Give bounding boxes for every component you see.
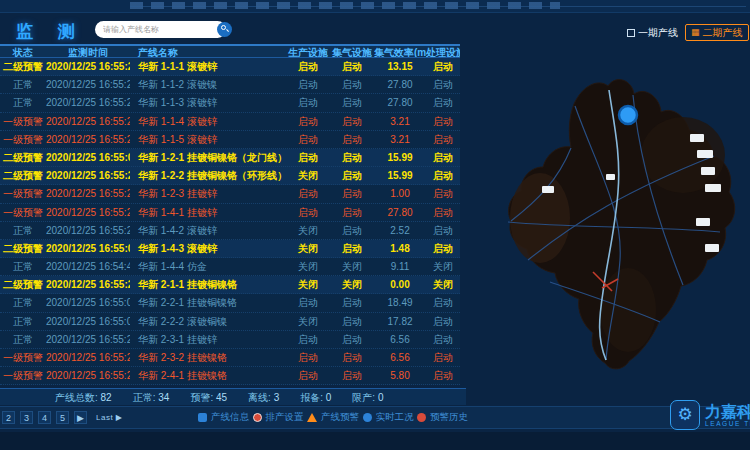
legend-label: 产线信息 bbox=[211, 411, 249, 424]
legend-item-warning[interactable]: 产线预警 bbox=[307, 411, 359, 424]
table-row[interactable]: 一级预警2020/12/25 16:55:24华新 1-1-4 滚镀锌启动启动3… bbox=[0, 113, 460, 131]
cell-line: 华新 1-1-1 滚镀锌 bbox=[130, 58, 286, 75]
logo-name-en: LEAGUE TECH bbox=[705, 420, 750, 427]
top-deco-line bbox=[130, 6, 746, 7]
table-row[interactable]: 二级预警2020/12/25 16:55:24华新 2-1-1 挂镀铜镍铬关闭关… bbox=[0, 276, 460, 294]
cell-line: 华新 1-1-2 滚镀镍 bbox=[130, 76, 286, 93]
warning-icon bbox=[307, 413, 317, 422]
page-button[interactable]: 2 bbox=[2, 411, 15, 424]
cell-line: 华新 1-4-3 滚镀锌 bbox=[130, 240, 286, 257]
page-button[interactable]: 3 bbox=[20, 411, 33, 424]
table-body: 二级预警2020/12/25 16:55:24华新 1-1-1 滚镀锌启动启动1… bbox=[0, 58, 460, 385]
cell-eff: 27.80 bbox=[374, 204, 426, 221]
district-map[interactable] bbox=[478, 60, 750, 375]
cell-treat: 启动 bbox=[426, 149, 460, 166]
cell-prod: 启动 bbox=[286, 367, 330, 384]
cell-treat: 关闭 bbox=[426, 258, 460, 275]
cell-line: 华新 1-4-4 仿金 bbox=[130, 258, 286, 275]
next-page-button[interactable]: ▶ bbox=[74, 411, 87, 424]
legend-item-info[interactable]: 产线信息 bbox=[198, 411, 249, 424]
table-row[interactable]: 一级预警2020/12/25 16:55:24华新 1-1-5 滚镀锌启动启动3… bbox=[0, 131, 460, 149]
search-input[interactable] bbox=[95, 23, 217, 36]
legend-label: 实时工况 bbox=[376, 411, 414, 424]
phase2-button[interactable]: ▦ 二期产线 bbox=[685, 24, 749, 41]
cell-status: 正常 bbox=[0, 258, 46, 275]
league-tech-logo-icon: ⚙ bbox=[670, 400, 700, 430]
search-button[interactable] bbox=[217, 22, 232, 37]
cell-eff: 6.56 bbox=[374, 331, 426, 348]
cell-line: 华新 1-4-1 挂镀锌 bbox=[130, 204, 286, 221]
history-icon bbox=[417, 413, 426, 422]
cell-prod: 关闭 bbox=[286, 276, 330, 293]
cell-status: 一级预警 bbox=[0, 349, 46, 366]
cell-line: 华新 1-1-4 滚镀锌 bbox=[130, 113, 286, 130]
cell-line: 华新 1-1-5 滚镀锌 bbox=[130, 131, 286, 148]
cell-gas: 启动 bbox=[330, 149, 374, 166]
cell-time: 2020/12/25 16:54:44 bbox=[46, 258, 130, 275]
legend-item-gauge[interactable]: 实时工况 bbox=[363, 411, 414, 424]
table-row[interactable]: 一级预警2020/12/25 16:55:24华新 1-4-1 挂镀锌启动启动2… bbox=[0, 204, 460, 222]
cell-prod: 启动 bbox=[286, 76, 330, 93]
cell-gas: 启动 bbox=[330, 185, 374, 202]
cell-time: 2020/12/25 16:55:24 bbox=[46, 131, 130, 148]
cell-eff: 0.00 bbox=[374, 276, 426, 293]
cell-time: 2020/12/25 16:55:24 bbox=[46, 185, 130, 202]
cell-eff: 13.15 bbox=[374, 58, 426, 75]
league-tech-logo: ⚙ 力嘉科技 LEAGUE TECH bbox=[670, 400, 750, 430]
cell-status: 二级预警 bbox=[0, 167, 46, 184]
info-icon bbox=[198, 413, 207, 422]
page-button[interactable]: 4 bbox=[38, 411, 51, 424]
table-row[interactable]: 一级预警2020/12/25 16:55:24华新 1-2-3 挂镀锌启动启动1… bbox=[0, 185, 460, 203]
table-row[interactable]: 正常2020/12/25 16:55:24华新 1-1-2 滚镀镍启动启动27.… bbox=[0, 76, 460, 94]
table-row[interactable]: 正常2020/12/25 16:55:24华新 1-1-3 滚镀锌启动启动27.… bbox=[0, 94, 460, 112]
cell-eff: 1.48 bbox=[374, 240, 426, 257]
summary-label: 报备: bbox=[300, 392, 326, 403]
table-row[interactable]: 二级预警2020/12/25 16:55:24华新 1-2-2 挂镀铜镍铬（环形… bbox=[0, 167, 460, 185]
last-page-button[interactable]: Last ▶ bbox=[96, 413, 123, 422]
table-row[interactable]: 一级预警2020/12/25 16:55:24华新 2-4-1 挂镀镍铬启动启动… bbox=[0, 367, 460, 385]
cell-status: 正常 bbox=[0, 222, 46, 239]
cell-time: 2020/12/25 16:55:24 bbox=[46, 94, 130, 111]
column-header: 监测时间 bbox=[46, 46, 130, 57]
legend-item-settings[interactable]: 排产设置 bbox=[253, 411, 304, 424]
legend-label: 排产设置 bbox=[266, 411, 304, 424]
table-row[interactable]: 一级预警2020/12/25 16:55:24华新 2-3-2 挂镀镍铬启动启动… bbox=[0, 349, 460, 367]
cell-eff: 15.99 bbox=[374, 149, 426, 166]
summary-value: 0 bbox=[378, 392, 384, 403]
table-row[interactable]: 二级预警2020/12/25 16:55:04华新 1-4-3 滚镀锌关闭启动1… bbox=[0, 240, 460, 258]
cell-time: 2020/12/25 16:55:24 bbox=[46, 167, 130, 184]
cell-time: 2020/12/25 16:55:24 bbox=[46, 331, 130, 348]
search-box bbox=[95, 21, 226, 38]
table-header-row: 状态监测时间产线名称生产设施集气设施集气效率(m³/s)处理设施 bbox=[0, 44, 460, 58]
map-subregion-west bbox=[510, 173, 570, 263]
legend-item-history[interactable]: 预警历史 bbox=[417, 411, 468, 424]
grid-icon: ▦ bbox=[691, 28, 700, 37]
cell-eff: 2.52 bbox=[374, 222, 426, 239]
table-row[interactable]: 正常2020/12/25 16:55:24华新 1-4-2 滚镀锌关闭启动2.5… bbox=[0, 222, 460, 240]
phase2-label: 二期产线 bbox=[703, 26, 743, 40]
table-row[interactable]: 正常2020/12/25 16:54:44华新 1-4-4 仿金关闭关闭9.11… bbox=[0, 258, 460, 276]
gauge-icon bbox=[363, 413, 372, 422]
cell-status: 正常 bbox=[0, 294, 46, 311]
cell-gas: 启动 bbox=[330, 349, 374, 366]
cell-treat: 启动 bbox=[426, 331, 460, 348]
table-row[interactable]: 正常2020/12/25 16:55:04华新 2-2-1 挂镀铜镍铬启动启动1… bbox=[0, 294, 460, 312]
map-marker[interactable] bbox=[619, 106, 637, 124]
cell-gas: 启动 bbox=[330, 331, 374, 348]
cell-gas: 启动 bbox=[330, 222, 374, 239]
page-button[interactable]: 5 bbox=[56, 411, 69, 424]
cell-treat: 启动 bbox=[426, 167, 460, 184]
table-row[interactable]: 二级预警2020/12/25 16:55:04华新 1-2-1 挂镀铜镍铬（龙门… bbox=[0, 149, 460, 167]
cell-gas: 启动 bbox=[330, 204, 374, 221]
column-header: 处理设施 bbox=[426, 46, 460, 57]
cell-treat: 启动 bbox=[426, 94, 460, 111]
cell-time: 2020/12/25 16:55:24 bbox=[46, 204, 130, 221]
cell-eff: 6.56 bbox=[374, 349, 426, 366]
summary-item: 预警: 45 bbox=[190, 389, 227, 405]
cell-eff: 17.82 bbox=[374, 313, 426, 330]
phase1-checkbox[interactable]: 一期产线 bbox=[627, 26, 678, 40]
table-row[interactable]: 正常2020/12/25 16:55:24华新 2-3-1 挂镀锌启动启动6.5… bbox=[0, 331, 460, 349]
table-row[interactable]: 二级预警2020/12/25 16:55:24华新 1-1-1 滚镀锌启动启动1… bbox=[0, 58, 460, 76]
cell-line: 华新 1-2-1 挂镀铜镍铬（龙门线） bbox=[130, 149, 286, 166]
table-row[interactable]: 正常2020/12/25 16:55:04华新 2-2-2 滚镀铜镍关闭启动17… bbox=[0, 313, 460, 331]
